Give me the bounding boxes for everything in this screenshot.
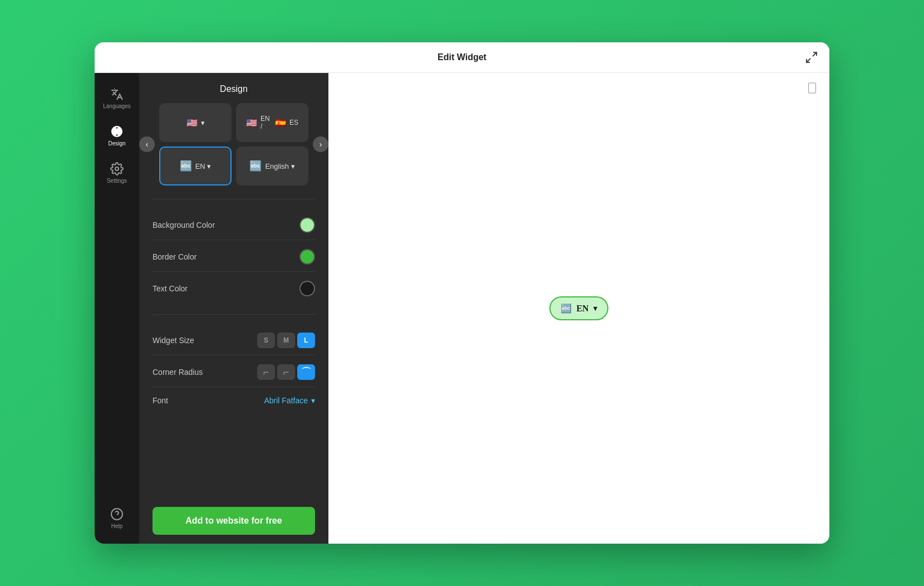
modal-title: Edit Widget <box>438 52 486 62</box>
widget-styles-grid: 🇺🇸 ▾ 🇺🇸 EN / 🇪🇸 ES <box>146 103 322 185</box>
style-option-flag-pair[interactable]: 🇺🇸 EN / 🇪🇸 ES <box>236 103 308 142</box>
background-color-picker[interactable] <box>299 217 315 233</box>
widget-language-text: EN <box>576 304 588 314</box>
sidebar-item-settings-label: Settings <box>107 178 127 184</box>
background-color-label: Background Color <box>153 221 215 229</box>
widget-styles-container: ‹ 🇺🇸 ▾ 🇺🇸 EN / 🇪🇸 <box>139 103 328 185</box>
border-color-row: Border Color <box>153 242 315 272</box>
widget-chevron: ▾ <box>593 304 597 313</box>
size-medium-button[interactable]: M <box>277 333 295 348</box>
next-style-button[interactable]: › <box>313 136 328 152</box>
edit-widget-modal: Edit Widget Languages <box>95 42 829 544</box>
border-color-picker[interactable] <box>299 249 315 265</box>
modal-body: Languages Design Settings <box>95 73 829 544</box>
size-large-button[interactable]: L <box>297 333 315 348</box>
font-selector[interactable]: Abril Fatface ▾ <box>264 396 315 405</box>
preview-area: 🔤 EN ▾ <box>328 73 829 544</box>
expand-icon[interactable] <box>805 51 818 64</box>
size-buttons: S M L <box>257 333 315 348</box>
style-option-text-english[interactable]: 🔤 English ▾ <box>236 146 308 185</box>
border-color-label: Border Color <box>153 252 196 261</box>
sidebar-item-languages[interactable]: Languages <box>98 82 136 115</box>
add-button-container: Add to website for free <box>139 498 328 544</box>
svg-line-0 <box>813 52 817 56</box>
corner-pill-button[interactable]: ⌒ <box>297 364 315 380</box>
widget-size-row: Widget Size S M L <box>153 326 315 355</box>
sidebar-item-languages-label: Languages <box>103 103 131 109</box>
settings-icon <box>110 162 124 175</box>
design-panel-title: Design <box>139 73 328 103</box>
widget-preview: 🔤 EN ▾ <box>549 296 608 320</box>
widget-size-section: Widget Size S M L Corner Radius ⌐ ⌐ ⌒ <box>139 319 328 418</box>
text-color-label: Text Color <box>153 284 188 293</box>
widget-size-label: Widget Size <box>153 336 194 345</box>
color-settings-section: Background Color Border Color Text Color <box>139 204 328 310</box>
sidebar-item-help-label: Help <box>111 523 123 529</box>
svg-rect-6 <box>809 83 816 93</box>
corner-buttons: ⌐ ⌐ ⌒ <box>257 364 315 380</box>
font-value: Abril Fatface <box>264 396 308 405</box>
svg-line-1 <box>807 58 810 62</box>
widget-translate-icon: 🔤 <box>561 303 572 314</box>
text-color-picker[interactable] <box>299 281 315 296</box>
text-color-row: Text Color <box>153 274 315 303</box>
font-label: Font <box>153 396 168 405</box>
style-option-text-en[interactable]: 🔤 EN ▾ <box>159 146 232 185</box>
corner-square-button[interactable]: ⌐ <box>257 364 275 380</box>
size-small-button[interactable]: S <box>257 333 275 348</box>
font-row: Font Abril Fatface ▾ <box>153 389 315 412</box>
svg-point-3 <box>115 167 119 170</box>
sidebar-item-help[interactable]: Help <box>98 502 136 535</box>
languages-icon <box>110 87 124 101</box>
background-color-row: Background Color <box>153 211 315 240</box>
separator-2 <box>153 314 315 315</box>
add-to-website-button[interactable]: Add to website for free <box>153 507 315 535</box>
design-icon <box>110 125 124 138</box>
modal-header: Edit Widget <box>95 42 829 73</box>
corner-rounded-button[interactable]: ⌐ <box>277 364 295 380</box>
sidebar-icons: Languages Design Settings <box>95 73 139 544</box>
sidebar-item-settings[interactable]: Settings <box>98 157 136 189</box>
separator-1 <box>153 199 315 199</box>
design-panel: Design ‹ 🇺🇸 ▾ 🇺🇸 <box>139 73 328 544</box>
corner-radius-row: Corner Radius ⌐ ⌐ ⌒ <box>153 358 315 387</box>
style-option-flag-dropdown[interactable]: 🇺🇸 ▾ <box>159 103 232 142</box>
corner-radius-label: Corner Radius <box>153 368 203 377</box>
sidebar-item-design-label: Design <box>108 140 125 146</box>
mobile-preview-icon[interactable] <box>806 82 818 96</box>
sidebar-item-design[interactable]: Design <box>98 119 136 152</box>
prev-style-button[interactable]: ‹ <box>139 136 155 152</box>
help-icon <box>110 507 124 521</box>
font-dropdown-icon: ▾ <box>311 396 315 405</box>
